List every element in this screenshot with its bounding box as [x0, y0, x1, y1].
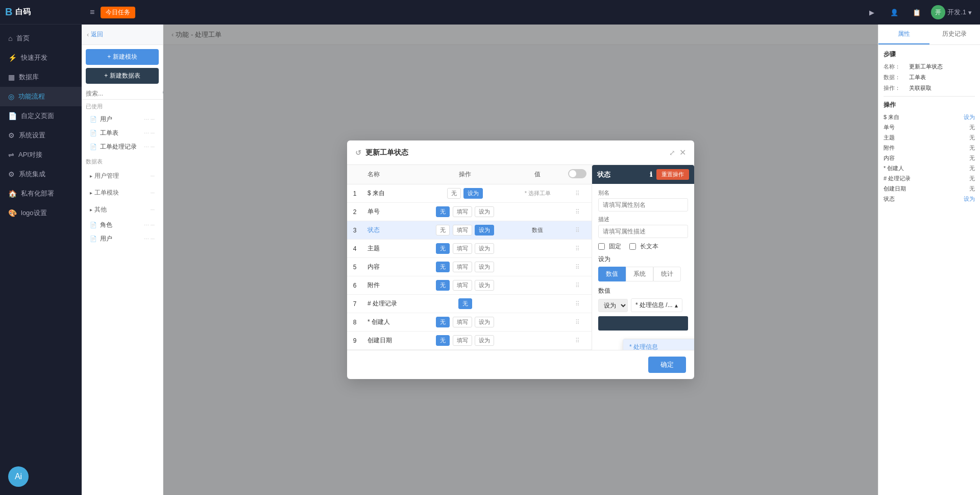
app-brand: 白码: [15, 7, 31, 17]
op-setas-btn[interactable]: 设为: [463, 188, 483, 199]
op-none-btn[interactable]: 无: [447, 188, 461, 199]
list-item[interactable]: 📄 工单处理记录 ⋯ ···: [86, 140, 159, 154]
divider: [884, 96, 975, 97]
item-actions[interactable]: ⋯ ···: [144, 130, 155, 136]
item-actions[interactable]: ⋯ ···: [144, 144, 155, 150]
op-fill-btn[interactable]: 填写: [453, 280, 472, 291]
op-fill-btn[interactable]: 填写: [453, 243, 472, 254]
table-row: 5 内容 无 填写 设为 ⠿: [347, 258, 592, 276]
close-icon[interactable]: ✕: [679, 148, 686, 157]
item-actions[interactable]: ⋯ ···: [144, 116, 155, 122]
op-none-btn[interactable]: 无: [458, 298, 472, 309]
play-btn[interactable]: ▶: [864, 4, 880, 20]
tab-num[interactable]: 数值: [598, 267, 626, 281]
sidebar-item-private[interactable]: 🏠 私有化部署: [0, 184, 82, 203]
drag-handle-icon[interactable]: ⠿: [575, 319, 580, 326]
menu-icon[interactable]: ≡: [90, 8, 94, 17]
group-title[interactable]: ▸ 其他 ···: [90, 203, 155, 216]
user-menu-btn[interactable]: 开 开发.1 ▾: [931, 5, 972, 19]
op-setas-btn[interactable]: 设为: [475, 335, 494, 346]
op-setas-btn[interactable]: 设为: [475, 317, 494, 327]
op-fill-btn[interactable]: 填写: [453, 262, 472, 272]
list-item[interactable]: 📄 角色 ⋯ ···: [86, 218, 159, 232]
expand-icon[interactable]: ⤢: [669, 149, 675, 157]
ai-button[interactable]: Ai: [8, 466, 29, 487]
sidebar-item-sys-settings[interactable]: ⚙ 系统设置: [0, 126, 82, 145]
sidebar-item-custom-page[interactable]: 📄 自定义页面: [0, 106, 82, 126]
toggle-switch[interactable]: [568, 169, 586, 178]
list-item[interactable]: 📄 用户 ⋯ ···: [86, 112, 159, 126]
list-item[interactable]: 📄 用户 ⋯ ···: [86, 232, 159, 246]
list-item[interactable]: 📄 工单表 ⋯ ···: [86, 126, 159, 140]
fixed-checkbox[interactable]: [598, 243, 605, 250]
table-row: 9 创建日期 无 填写 设为: [347, 332, 592, 350]
docs-icon-btn[interactable]: 📋: [909, 4, 925, 20]
op-name: * 创建人: [884, 164, 904, 172]
op-fill-btn[interactable]: 填写: [453, 317, 472, 327]
dropdown-item[interactable]: * 处理信息 ›: [623, 339, 694, 350]
search-input[interactable]: [86, 90, 162, 97]
tab-badge[interactable]: 今日任务: [101, 7, 135, 18]
op-setas-btn[interactable]: 设为: [475, 206, 494, 217]
num-section: 数值 设为 * 处理信息 /... ▴: [598, 287, 688, 312]
drag-handle-icon[interactable]: ⠿: [575, 264, 580, 271]
op-none-btn[interactable]: 无: [436, 243, 450, 254]
new-module-btn[interactable]: + 新建模块: [86, 49, 159, 65]
op-none-btn[interactable]: 无: [436, 262, 450, 272]
tab-properties[interactable]: 属性: [878, 25, 929, 44]
field-select-btn[interactable]: * 处理信息 /... ▴: [631, 298, 682, 312]
drag-handle-icon[interactable]: ⠿: [575, 227, 580, 234]
drag-handle-icon[interactable]: ⠿: [575, 208, 580, 216]
sidebar-item-integration[interactable]: ⚙ 系统集成: [0, 164, 82, 184]
user-icon-btn[interactable]: 👤: [886, 4, 902, 20]
drag-handle-icon[interactable]: ⠿: [575, 190, 580, 197]
sidebar-item-home[interactable]: ⌂ 首页: [0, 29, 82, 48]
drag-handle-icon[interactable]: ⠿: [575, 282, 580, 289]
sidebar-item-database[interactable]: ▦ 数据库: [0, 67, 82, 87]
row-name: 创建日期: [362, 332, 418, 350]
tab-history[interactable]: 历史记录: [929, 25, 981, 44]
setval-select[interactable]: 设为: [598, 299, 628, 312]
op-name: 创建日期: [884, 185, 906, 193]
op-setas-btn[interactable]: 设为: [475, 225, 494, 235]
op-fill-btn[interactable]: 填写: [453, 335, 472, 346]
op-none-btn[interactable]: 无: [436, 206, 450, 217]
drag-handle-icon[interactable]: ⠿: [575, 337, 580, 344]
op-setas-btn[interactable]: 设为: [475, 243, 494, 254]
reset-btn[interactable]: 重置操作: [656, 169, 689, 180]
tab-sys[interactable]: 系统: [626, 267, 653, 281]
tab-stat[interactable]: 统计: [653, 267, 681, 281]
confirm-btn[interactable]: 确定: [648, 357, 686, 373]
op-setas-btn[interactable]: 设为: [475, 280, 494, 291]
item-actions[interactable]: ⋯ ···: [144, 236, 155, 242]
op-fill-btn[interactable]: 填写: [453, 225, 472, 235]
step-value: 关联获取: [909, 84, 932, 92]
tab-row: 数值 系统 统计: [598, 267, 688, 281]
desc-input[interactable]: [598, 225, 688, 238]
back-label[interactable]: 返回: [91, 30, 103, 39]
row-num: 3: [347, 221, 362, 240]
op-none-btn[interactable]: 无: [436, 280, 450, 291]
item-actions[interactable]: ⋯ ···: [144, 222, 155, 228]
modal-table-section: 名称 操作 值: [347, 165, 592, 350]
op-setas-btn[interactable]: 设为: [475, 262, 494, 272]
alias-input[interactable]: [598, 198, 688, 211]
sidebar-item-func-flow[interactable]: ◎ 功能流程: [0, 87, 82, 106]
group-actions[interactable]: ···: [151, 207, 155, 213]
sidebar-item-api[interactable]: ⇌ API对接: [0, 145, 82, 164]
sidebar-item-logo[interactable]: 🎨 logo设置: [0, 203, 82, 223]
group-title[interactable]: ▸ 工单模块 ···: [90, 186, 155, 199]
sidebar-item-quick-dev[interactable]: ⚡ 快速开发: [0, 48, 82, 67]
op-none-btn[interactable]: 无: [436, 317, 450, 327]
op-none-btn[interactable]: 无: [436, 225, 450, 235]
op-none-btn[interactable]: 无: [436, 335, 450, 346]
group-actions[interactable]: ···: [151, 173, 155, 179]
drag-handle-icon[interactable]: ⠿: [575, 245, 580, 252]
group-actions[interactable]: ···: [151, 190, 155, 196]
longtext-checkbox[interactable]: [629, 243, 636, 250]
group-title[interactable]: ▸ 用户管理 ···: [90, 170, 155, 182]
drag-handle-icon[interactable]: ⠿: [575, 300, 580, 308]
new-table-btn[interactable]: + 新建数据表: [86, 68, 159, 84]
refresh-icon[interactable]: ↺: [355, 149, 361, 157]
op-fill-btn[interactable]: 填写: [453, 206, 472, 217]
